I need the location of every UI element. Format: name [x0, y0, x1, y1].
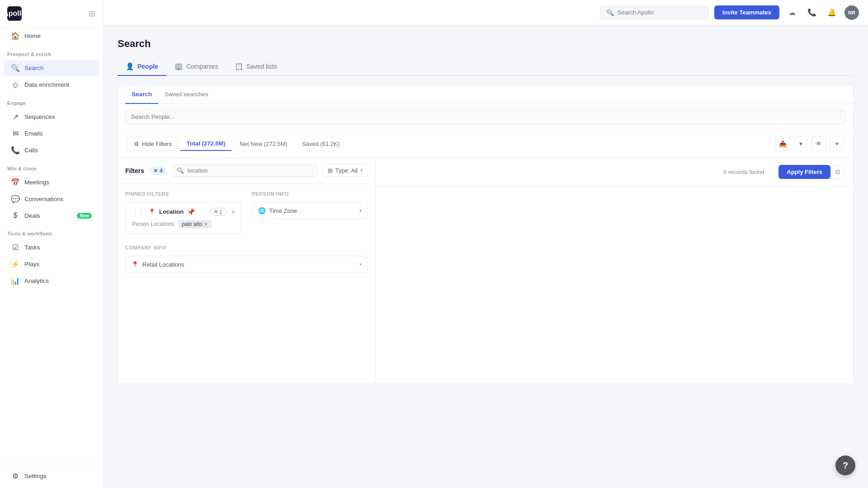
meetings-icon: 📅 — [11, 178, 20, 187]
help-button[interactable]: ? — [835, 455, 855, 475]
emails-icon: ✉ — [11, 129, 20, 138]
sidebar-toggle-icon[interactable]: ⊞ — [89, 9, 95, 19]
pin-icon: 📌 — [187, 208, 195, 216]
chevron-down-icon[interactable]: ▾ — [793, 136, 808, 151]
analytics-icon: 📊 — [11, 277, 20, 285]
filters-count-badge: ✕ 4 — [150, 167, 166, 175]
location-filter-expand[interactable]: ▾ — [232, 209, 235, 215]
sidebar-item-label: Sequences — [24, 113, 55, 120]
filters-label: Filters — [125, 167, 144, 174]
expand-icon[interactable]: ▾ — [830, 136, 844, 151]
person-info-col: Person Info 🌐 Time Zone ▾ — [252, 191, 368, 234]
sidebar-item-meetings[interactable]: 📅 Meetings — [4, 174, 99, 190]
export-icon[interactable]: 📤 — [775, 136, 790, 151]
global-search-bar[interactable]: 🔍 — [600, 6, 709, 19]
app-logo[interactable]: Apollo — [7, 6, 22, 21]
deals-new-badge: New — [77, 213, 92, 219]
filter-search-box[interactable]: 🔍 — [172, 164, 317, 177]
subtab-saved-searches[interactable]: Saved searches — [158, 85, 215, 104]
no-records-text: 0 records found — [714, 162, 773, 182]
main-results-area: 0 records found Apply Filters ⊟ — [376, 158, 853, 384]
sidebar-item-label: Home — [24, 33, 41, 39]
location-filter-count: ✕ 1 — [210, 208, 226, 216]
time-zone-icon: 🌐 — [258, 207, 266, 214]
apply-filters-button[interactable]: Apply Filters — [778, 165, 830, 179]
sidebar-item-tasks[interactable]: ☑ Tasks — [4, 239, 99, 255]
collapse-panel-icon[interactable]: ⊟ — [830, 165, 844, 179]
location-pin-icon: 📍 — [148, 208, 156, 215]
retail-locations-arrow: ▾ — [359, 262, 362, 267]
filter-sections: Pinned Filters ⋮⋮ 📍 Location 📌 ✕ 1 — [118, 184, 375, 280]
notifications-icon[interactable]: 🔔 — [825, 5, 839, 20]
result-tab-net-new[interactable]: Net New (272.5M) — [233, 137, 293, 150]
filter-icon: ⚙ — [134, 141, 139, 147]
sidebar-item-search[interactable]: 🔍 Search — [4, 60, 99, 76]
subtab-search[interactable]: Search — [125, 85, 158, 104]
sidebar-item-settings[interactable]: ⚙ Settings — [4, 468, 99, 484]
type-dropdown-icon: ⊞ — [328, 167, 333, 174]
data-enrichment-icon: ◇ — [11, 80, 20, 89]
type-dropdown-chevron: ▾ — [360, 168, 363, 174]
sidebar-bottom: ⚙ Settings — [0, 464, 103, 488]
sidebar-item-sequences[interactable]: ↗ Sequences — [4, 109, 99, 125]
location-filter-name: Location — [159, 208, 184, 215]
tab-saved-lists[interactable]: 📋 Saved lists — [226, 58, 285, 76]
person-locations-label: Person Locations: — [132, 221, 175, 227]
time-zone-label: Time Zone — [269, 207, 356, 214]
palo-alto-tag: palo alto ✕ — [178, 220, 212, 228]
sidebar-item-conversations[interactable]: 💬 Conversations — [4, 191, 99, 207]
search-input[interactable] — [618, 9, 703, 16]
saved-lists-tab-icon: 📋 — [235, 62, 243, 70]
tab-people[interactable]: 👤 People — [118, 58, 166, 76]
sidebar-item-plays[interactable]: ⚡ Plays — [4, 256, 99, 272]
hide-filters-button[interactable]: ⚙ Hide Filters — [127, 137, 179, 151]
drag-handle-icon[interactable]: ⋮⋮ — [132, 208, 145, 216]
filter-search-icon: 🔍 — [177, 167, 184, 174]
filter-search-input[interactable] — [188, 167, 312, 174]
invite-teammates-button[interactable]: Invite Teammates — [714, 5, 779, 19]
time-zone-filter[interactable]: 🌐 Time Zone ▾ — [252, 202, 368, 219]
sidebar-item-label: Settings — [24, 473, 47, 479]
palo-alto-tag-remove[interactable]: ✕ — [204, 221, 208, 227]
result-tab-saved[interactable]: Saved (61.2K) — [296, 137, 346, 150]
search-subtab-bar: Search Saved searches — [118, 85, 853, 104]
sidebar-item-calls[interactable]: 📞 Calls — [4, 142, 99, 158]
tab-companies[interactable]: 🏢 Companies — [166, 58, 226, 76]
avatar[interactable]: NR — [844, 5, 859, 20]
sidebar-item-label: Plays — [24, 261, 39, 267]
sidebar-item-label: Tasks — [24, 244, 40, 251]
filter-tag-row: Person Locations: palo alto ✕ — [132, 220, 235, 228]
sidebar-item-home[interactable]: 🏠 Home — [4, 28, 99, 44]
deals-icon: $ — [11, 211, 20, 220]
type-dropdown[interactable]: ⊞ Type: All ▾ — [323, 164, 368, 177]
phone-icon[interactable]: 📞 — [805, 5, 819, 20]
sidebar-section-engage: Engage — [0, 93, 103, 108]
sidebar-item-data-enrichment[interactable]: ◇ Data enrichment — [4, 77, 99, 93]
upload-icon[interactable]: ☁ — [785, 5, 799, 20]
records-action-row: 0 records found Apply Filters ⊟ — [376, 158, 853, 187]
sidebar-item-emails[interactable]: ✉ Emails — [4, 126, 99, 141]
sidebar-item-deals[interactable]: $ Deals New — [4, 208, 99, 223]
sidebar-item-label: Analytics — [24, 277, 49, 284]
sidebar-item-label: Meetings — [24, 179, 49, 186]
sidebar-item-label: Calls — [24, 147, 38, 154]
results-tabs: ⚙ Hide Filters Total (272.5M) Net New (2… — [127, 137, 346, 151]
plays-icon: ⚡ — [11, 260, 20, 268]
results-actions: 📤 ▾ 👁 ▾ — [775, 136, 844, 151]
search-people-row — [118, 104, 853, 130]
company-info-label: Company Info — [125, 245, 368, 250]
people-tab-icon: 👤 — [126, 62, 134, 70]
retail-locations-filter[interactable]: 📍 Retail Locations ▾ — [125, 256, 368, 273]
company-info-col: Company Info 📍 Retail Locations ▾ — [125, 245, 368, 273]
sidebar-item-analytics[interactable]: 📊 Analytics — [4, 273, 99, 289]
filter-count-x[interactable]: ✕ — [214, 209, 218, 215]
close-icon[interactable]: ✕ — [153, 168, 158, 174]
sidebar-item-label: Conversations — [24, 196, 63, 202]
pinned-filters-col: Pinned Filters ⋮⋮ 📍 Location 📌 ✕ 1 — [125, 191, 241, 234]
eye-icon[interactable]: 👁 — [811, 136, 826, 151]
settings-icon: ⚙ — [11, 472, 20, 480]
search-panel: Search Saved searches ⚙ Hide Filters Tot… — [118, 85, 854, 384]
retail-locations-icon: 📍 — [131, 261, 139, 268]
result-tab-total[interactable]: Total (272.5M) — [180, 137, 232, 151]
search-people-input[interactable] — [125, 109, 846, 124]
